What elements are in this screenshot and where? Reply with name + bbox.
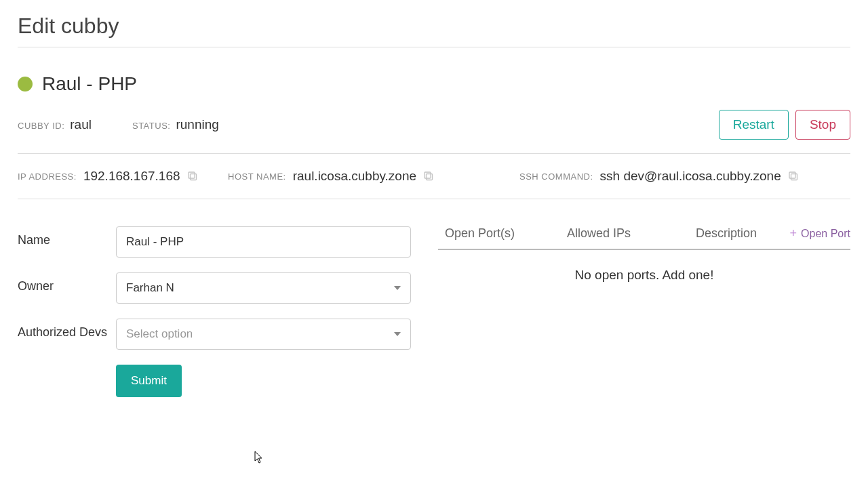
status-pair: STATUS: running [132,117,219,132]
ports-panel: Open Port(s) Allowed IPs Description + O… [438,226,850,397]
network-info-row: IP ADDRESS: 192.168.167.168 HOST NAME: r… [18,154,850,199]
svg-rect-5 [789,172,795,178]
copy-ip-icon[interactable] [187,171,198,182]
name-input[interactable] [116,226,411,258]
owner-select-value: Farhan N [126,281,174,295]
ip-label: IP ADDRESS: [18,171,77,182]
ports-header: Open Port(s) Allowed IPs Description + O… [438,226,850,250]
ssh-value: ssh dev@raul.icosa.cubby.zone [600,169,781,184]
edit-form: Name Owner Farhan N Authorized Devs Sele… [18,226,411,397]
status-dot-icon [18,77,33,92]
svg-rect-2 [427,174,433,180]
devs-label: Authorized Devs [18,319,116,340]
cubby-id-label: CUBBY ID: [18,121,64,131]
status-value: running [176,117,218,132]
ip-block: IP ADDRESS: 192.168.167.168 [18,169,221,184]
host-label: HOST NAME: [228,171,286,182]
ports-col-ports: Open Port(s) [438,226,567,241]
restart-button[interactable]: Restart [719,110,789,140]
owner-label: Owner [18,272,116,293]
devs-select[interactable]: Select option [116,319,411,350]
svg-rect-0 [190,174,196,180]
ip-value: 192.168.167.168 [83,169,180,184]
cubby-id-pair: CUBBY ID: raul [18,117,92,132]
stop-button[interactable]: Stop [795,110,850,140]
svg-rect-4 [791,174,797,180]
cubby-id-value: raul [70,117,92,132]
chevron-down-icon [394,286,401,290]
ports-col-desc: Description [696,226,790,241]
open-port-label: Open Port [801,228,850,240]
host-value: raul.icosa.cubby.zone [293,169,416,184]
ports-empty-message: No open ports. Add one! [438,250,850,300]
svg-rect-1 [189,172,195,178]
cubby-display-name: Raul - PHP [42,73,137,95]
host-block: HOST NAME: raul.icosa.cubby.zone [228,169,513,184]
ssh-block: SSH COMMAND: ssh dev@raul.icosa.cubby.zo… [519,169,799,184]
page-title: Edit cubby [18,14,850,47]
open-port-button[interactable]: + Open Port [790,226,850,241]
owner-select[interactable]: Farhan N [116,272,411,304]
submit-button[interactable]: Submit [116,365,182,397]
cubby-header-row: Raul - PHP [18,73,850,95]
copy-host-icon[interactable] [423,171,434,182]
copy-ssh-icon[interactable] [788,171,799,182]
chevron-down-icon [394,332,401,336]
plus-icon: + [790,226,797,241]
ports-col-ips: Allowed IPs [567,226,696,241]
ssh-label: SSH COMMAND: [519,171,593,182]
svg-rect-3 [425,172,431,178]
status-label: STATUS: [132,121,170,131]
meta-row: CUBBY ID: raul STATUS: running Restart S… [18,110,850,154]
name-label: Name [18,226,116,247]
devs-select-placeholder: Select option [126,327,193,341]
